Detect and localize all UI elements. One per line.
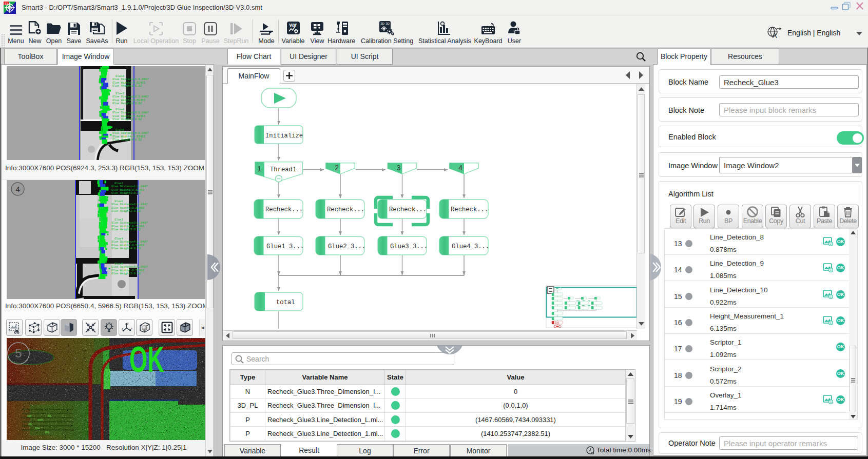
svg-text:Glue Height1:0.32: Glue Height1:0.32 xyxy=(112,84,142,88)
svg-text:Thread1: Thread1 xyxy=(270,166,296,173)
svg-text:Recheck...: Recheck... xyxy=(265,206,303,213)
svg-text:OK: OK xyxy=(129,339,164,380)
svg-text:Recheck...: Recheck... xyxy=(327,206,364,213)
svg-text:1: 1 xyxy=(257,165,261,173)
svg-text:4: 4 xyxy=(458,164,462,172)
svg-text:A: A xyxy=(773,32,777,39)
svg-text:Glue1_3...: Glue1_3... xyxy=(266,243,304,250)
svg-text:Recheck...: Recheck... xyxy=(451,206,488,213)
svg-text:3: 3 xyxy=(397,164,401,172)
svg-text:4: 4 xyxy=(15,185,20,193)
svg-text:Glue4_3...: Glue4_3... xyxy=(452,243,489,250)
svg-text:3D: 3D xyxy=(380,22,384,25)
svg-text:z: z xyxy=(122,327,123,330)
svg-text:Glue Height5:0.32: Glue Height5:0.32 xyxy=(111,272,141,275)
svg-text:5: 5 xyxy=(15,346,22,360)
svg-text:Glue Height4:0.32: Glue Height4:0.32 xyxy=(111,247,141,250)
svg-text:total: total xyxy=(276,299,295,306)
svg-text:x: x xyxy=(131,327,132,330)
svg-text:y: y xyxy=(127,322,129,325)
svg-text:Glue Height1:0.32: Glue Height1:0.32 xyxy=(111,191,141,195)
svg-text:2: 2 xyxy=(335,164,339,172)
svg-text:Glue Height3:0.32: Glue Height3:0.32 xyxy=(111,228,141,231)
svg-text:3D: 3D xyxy=(385,22,390,25)
svg-text:Glue3_3...: Glue3_3... xyxy=(390,243,428,250)
svg-text:var: var xyxy=(289,22,297,28)
svg-text:Glue Height2:0.32: Glue Height2:0.32 xyxy=(111,209,141,213)
svg-text:Recheck...: Recheck... xyxy=(389,206,427,213)
svg-text:Glue Height3:0.32: Glue Height3:0.32 xyxy=(112,117,142,121)
svg-text:Initialize: Initialize xyxy=(265,132,303,139)
svg-text:Glue2_3...: Glue2_3... xyxy=(328,243,365,250)
svg-text:Glue Height4:0.32: Glue Height4:0.32 xyxy=(112,138,142,142)
svg-text:Glue Height2:0.32: Glue Height2:0.32 xyxy=(112,102,142,105)
svg-text:End: End xyxy=(555,322,560,324)
